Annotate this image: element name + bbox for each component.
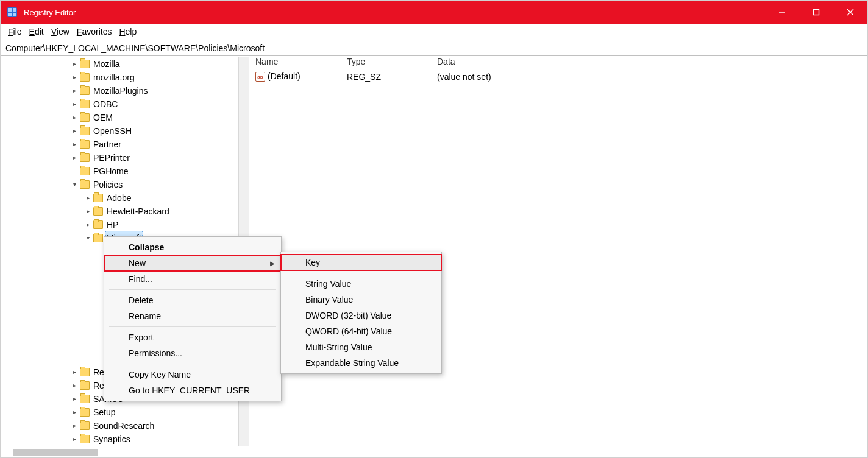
titlebar[interactable]: Registry Editor [1,1,867,24]
new-submenu: Key String Value Binary Value DWORD (32-… [280,252,442,374]
chevron-right-icon[interactable]: ▸ [70,419,79,432]
ctx-find[interactable]: Find... [104,271,281,287]
tree-item[interactable]: ▸mozilla.org [1,71,249,84]
tree-item-label: PGHome [92,164,130,178]
submenu-binary-value[interactable]: Binary Value [281,292,441,308]
folder-icon [80,368,90,376]
ctx-rename[interactable]: Rename [104,308,281,324]
chevron-right-icon[interactable]: ▸ [70,365,79,379]
tree-item[interactable]: ▾Policies [1,178,249,191]
tree-item[interactable]: ▸HP [1,218,249,231]
tree-item[interactable]: ▸Mozilla [1,57,249,71]
folder-icon [80,435,90,443]
tree-item-label: Setup [92,406,117,419]
tree-context-menu: Collapse New▶ Find... Delete Rename Expo… [104,236,282,401]
chevron-right-icon[interactable]: ▸ [84,218,92,231]
submenu-expandable-string-value[interactable]: Expandable String Value [281,355,441,371]
chevron-right-icon[interactable]: ▸ [70,71,79,84]
tree-item[interactable]: ▸Partner [1,138,249,151]
folder-icon [80,381,90,390]
chevron-right-icon[interactable]: ▸ [70,432,79,446]
chevron-right-icon[interactable]: ▸ [70,111,79,124]
folder-icon [80,153,90,162]
chevron-right-icon[interactable]: ▸ [70,57,79,71]
menu-file[interactable]: File [5,26,24,38]
tree-item[interactable]: ▸SoundResearch [1,419,249,432]
tree-item[interactable]: ▸Setup [1,406,249,419]
ctx-new[interactable]: New▶ [104,255,281,271]
submenu-qword-value[interactable]: QWORD (64-bit) Value [281,323,441,339]
ctx-export[interactable]: Export [104,329,281,345]
maximize-button[interactable] [799,1,833,24]
address-path: Computer\HKEY_LOCAL_MACHINE\SOFTWARE\Pol… [5,43,265,53]
tree-item-label: OpenSSH [92,124,133,138]
svg-rect-1 [814,10,819,15]
tree-item[interactable]: ▸OEM [1,111,249,124]
folder-icon [80,180,90,189]
tree-item-label: mozilla.org [92,71,136,84]
tree-item-label: PEPrinter [92,151,131,164]
tree-item[interactable]: ▸OpenSSH [1,124,249,138]
tree-item[interactable]: ▸Synaptics [1,432,249,446]
column-type[interactable]: Type [343,56,433,69]
column-data[interactable]: Data [433,56,865,69]
tree-item-label: OEM [92,111,114,124]
window-title: Registry Editor [24,8,76,17]
tree-item[interactable]: ▸Adobe [1,191,249,205]
ctx-permissions[interactable]: Permissions... [104,345,281,361]
submenu-multi-string-value[interactable]: Multi-String Value [281,339,441,355]
ctx-copy-key-name[interactable]: Copy Key Name [104,367,281,382]
chevron-right-icon[interactable]: ▸ [70,97,79,111]
column-name[interactable]: Name [252,56,343,69]
chevron-right-icon[interactable]: ▸ [70,392,79,406]
menu-edit[interactable]: Edit [27,26,46,38]
chevron-right-icon[interactable]: ▸ [70,151,79,164]
values-header[interactable]: Name Type Data [252,56,865,69]
folder-icon [80,73,90,82]
tree-item-label: Mozilla [92,57,121,71]
menu-view[interactable]: View [49,26,72,38]
submenu-key[interactable]: Key [281,255,441,270]
submenu-string-value[interactable]: String Value [281,276,441,292]
chevron-right-icon[interactable]: ▸ [84,191,92,205]
menu-help[interactable]: Help [116,26,139,38]
chevron-right-icon[interactable]: ▸ [70,138,79,151]
separator [109,326,276,327]
tree-item[interactable]: ▸MozillaPlugins [1,84,249,97]
address-bar[interactable]: Computer\HKEY_LOCAL_MACHINE\SOFTWARE\Pol… [1,40,867,55]
separator [286,273,436,273]
folder-icon [80,167,90,175]
tree-item[interactable]: ▸PGHome [1,164,249,178]
folder-icon [80,127,90,135]
ctx-goto-hkcu[interactable]: Go to HKEY_CURRENT_USER [104,382,281,398]
minimize-button[interactable] [765,1,799,24]
value-row[interactable]: ab(Default) REG_SZ (value not set) [252,69,865,84]
chevron-right-icon: ▶ [270,260,275,267]
chevron-right-icon[interactable]: ▸ [70,406,79,419]
close-button[interactable] [833,1,867,24]
submenu-dword-value[interactable]: DWORD (32-bit) Value [281,308,441,323]
chevron-right-icon[interactable]: ▸ [70,84,79,97]
tree-item[interactable]: ▸PEPrinter [1,151,249,164]
folder-icon [93,194,103,202]
chevron-right-icon[interactable]: ▸ [70,124,79,138]
folder-icon [80,100,90,108]
menu-favorites[interactable]: Favorites [74,26,115,38]
ctx-collapse[interactable]: Collapse [104,239,281,255]
tree-horizontal-scrollbar[interactable] [13,449,108,456]
tree-item[interactable]: ▸ODBC [1,97,249,111]
tree-item[interactable]: ▸Hewlett-Packard [1,205,249,218]
folder-icon [93,234,103,242]
chevron-right-icon[interactable]: ▸ [70,379,79,392]
tree-item-label: MozillaPlugins [92,84,149,97]
menubar: File Edit View Favorites Help [1,24,867,40]
chevron-right-icon[interactable]: ▸ [84,205,92,218]
tree-item-label: ODBC [92,97,119,111]
chevron-down-icon[interactable]: ▾ [84,231,92,245]
folder-icon [80,408,90,417]
ctx-delete[interactable]: Delete [104,292,281,308]
tree-item-label: Adobe [105,191,132,205]
folder-icon [93,220,103,229]
chevron-down-icon[interactable]: ▾ [70,178,79,191]
tree-item-label: Partner [92,138,123,151]
